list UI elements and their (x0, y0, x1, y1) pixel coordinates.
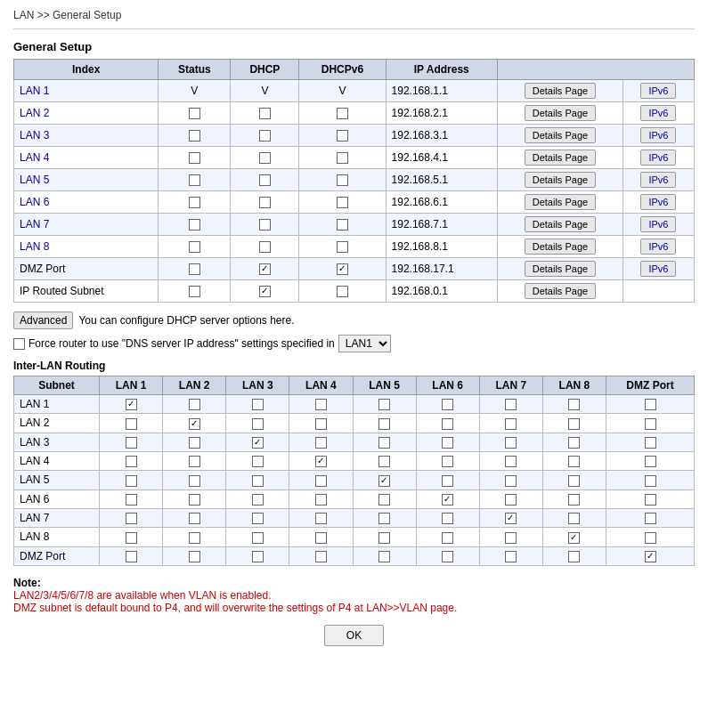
inter-checkbox-2-0[interactable] (126, 437, 137, 449)
inter-checkbox-6-6[interactable] (505, 513, 517, 524)
details-btn-5[interactable]: Details Page (525, 194, 596, 210)
details-btn-2[interactable]: Details Page (525, 127, 596, 143)
inter-checkbox-5-0[interactable] (126, 494, 137, 506)
inter-checkbox-0-0[interactable] (126, 399, 137, 410)
inter-checkbox-8-5[interactable] (442, 551, 453, 562)
inter-checkbox-3-8[interactable] (645, 456, 656, 467)
inter-checkbox-3-1[interactable] (189, 456, 200, 467)
inter-checkbox-0-2[interactable] (252, 399, 264, 410)
details-btn-4[interactable]: Details Page (525, 172, 596, 188)
dhcp-cb-1[interactable] (259, 108, 271, 119)
inter-checkbox-4-8[interactable] (645, 475, 656, 487)
inter-checkbox-8-6[interactable] (505, 551, 517, 562)
inter-checkbox-5-5[interactable] (442, 494, 453, 506)
dhcp-cb-5[interactable] (259, 197, 271, 208)
lan-link-3[interactable]: LAN 4 (20, 151, 49, 164)
inter-checkbox-0-6[interactable] (505, 399, 517, 410)
force-dns-dropdown[interactable]: LAN1LAN2LAN3LAN4LAN5LAN6LAN7LAN8 (338, 335, 391, 352)
lan-link-5[interactable]: LAN 6 (20, 196, 49, 208)
inter-checkbox-7-8[interactable] (645, 532, 656, 544)
ipv6-btn-4[interactable]: IPv6 (640, 172, 676, 188)
inter-checkbox-4-6[interactable] (505, 475, 517, 487)
dhcpv6-cb-5[interactable] (337, 197, 348, 208)
inter-checkbox-7-1[interactable] (189, 532, 200, 544)
inter-checkbox-3-7[interactable] (568, 456, 580, 467)
inter-checkbox-5-3[interactable] (315, 494, 327, 506)
inter-checkbox-1-4[interactable] (378, 418, 390, 430)
inter-checkbox-0-1[interactable] (189, 399, 200, 410)
inter-checkbox-1-2[interactable] (252, 418, 264, 430)
inter-checkbox-5-2[interactable] (252, 494, 264, 506)
ipv6-btn-7[interactable]: IPv6 (640, 239, 676, 255)
inter-checkbox-1-8[interactable] (645, 418, 656, 430)
inter-checkbox-7-5[interactable] (442, 532, 453, 544)
details-btn-7[interactable]: Details Page (525, 239, 596, 255)
inter-checkbox-3-2[interactable] (252, 456, 264, 467)
details-btn-1[interactable]: Details Page (525, 105, 596, 121)
ipv6-btn-1[interactable]: IPv6 (640, 105, 676, 121)
details-btn-3[interactable]: Details Page (525, 150, 596, 166)
inter-checkbox-4-0[interactable] (126, 475, 137, 487)
inter-checkbox-7-0[interactable] (126, 532, 137, 544)
inter-checkbox-6-2[interactable] (252, 513, 264, 524)
status-cb-5[interactable] (189, 197, 200, 208)
details-btn-6[interactable]: Details Page (525, 216, 596, 232)
ok-button[interactable]: OK (324, 625, 384, 646)
inter-checkbox-1-3[interactable] (315, 418, 327, 430)
dhcpv6-cb-8[interactable] (337, 263, 348, 275)
inter-checkbox-7-4[interactable] (378, 532, 390, 544)
inter-checkbox-5-1[interactable] (189, 494, 200, 506)
inter-checkbox-0-3[interactable] (315, 399, 327, 410)
inter-checkbox-6-5[interactable] (442, 513, 453, 524)
inter-checkbox-5-7[interactable] (568, 494, 580, 506)
status-cb-1[interactable] (189, 108, 200, 119)
inter-checkbox-2-6[interactable] (505, 437, 517, 449)
inter-checkbox-1-1[interactable] (189, 418, 200, 430)
inter-checkbox-7-3[interactable] (315, 532, 327, 544)
status-cb-9[interactable] (189, 286, 200, 297)
ipv6-btn-2[interactable]: IPv6 (640, 127, 676, 143)
inter-checkbox-4-1[interactable] (189, 475, 200, 487)
dhcp-cb-8[interactable] (259, 263, 271, 275)
inter-checkbox-5-8[interactable] (645, 494, 656, 506)
lan-link-1[interactable]: LAN 2 (20, 107, 49, 119)
inter-checkbox-2-4[interactable] (378, 437, 390, 449)
inter-checkbox-6-7[interactable] (568, 513, 580, 524)
inter-checkbox-6-1[interactable] (189, 513, 200, 524)
dhcp-cb-9[interactable] (259, 286, 271, 297)
details-btn-8[interactable]: Details Page (525, 261, 596, 277)
dhcpv6-cb-2[interactable] (337, 130, 348, 142)
inter-checkbox-2-3[interactable] (315, 437, 327, 449)
inter-checkbox-1-6[interactable] (505, 418, 517, 430)
inter-checkbox-2-5[interactable] (442, 437, 453, 449)
inter-checkbox-3-4[interactable] (378, 456, 390, 467)
inter-checkbox-8-7[interactable] (568, 551, 580, 562)
ipv6-btn-8[interactable]: IPv6 (640, 261, 676, 277)
dhcp-cb-3[interactable] (259, 152, 271, 164)
inter-checkbox-2-1[interactable] (189, 437, 200, 449)
inter-checkbox-1-0[interactable] (126, 418, 137, 430)
inter-checkbox-2-2[interactable] (252, 437, 264, 449)
inter-checkbox-7-6[interactable] (505, 532, 517, 544)
inter-checkbox-8-8[interactable] (645, 551, 656, 562)
force-dns-checkbox[interactable] (13, 338, 25, 350)
ipv6-btn-3[interactable]: IPv6 (640, 150, 676, 166)
dhcpv6-cb-1[interactable] (337, 108, 348, 119)
inter-checkbox-2-8[interactable] (645, 437, 656, 449)
inter-checkbox-4-2[interactable] (252, 475, 264, 487)
dhcp-cb-6[interactable] (259, 219, 271, 231)
status-cb-4[interactable] (189, 174, 200, 186)
inter-checkbox-0-7[interactable] (568, 399, 580, 410)
inter-checkbox-6-8[interactable] (645, 513, 656, 524)
inter-checkbox-0-4[interactable] (378, 399, 390, 410)
inter-checkbox-4-3[interactable] (315, 475, 327, 487)
inter-checkbox-8-2[interactable] (252, 551, 264, 562)
inter-checkbox-8-3[interactable] (315, 551, 327, 562)
dhcpv6-cb-3[interactable] (337, 152, 348, 164)
dhcpv6-cb-4[interactable] (337, 174, 348, 186)
status-cb-8[interactable] (189, 263, 200, 275)
inter-checkbox-7-2[interactable] (252, 532, 264, 544)
inter-checkbox-2-7[interactable] (568, 437, 580, 449)
lan-link-6[interactable]: LAN 7 (20, 218, 49, 231)
inter-checkbox-1-5[interactable] (442, 418, 453, 430)
